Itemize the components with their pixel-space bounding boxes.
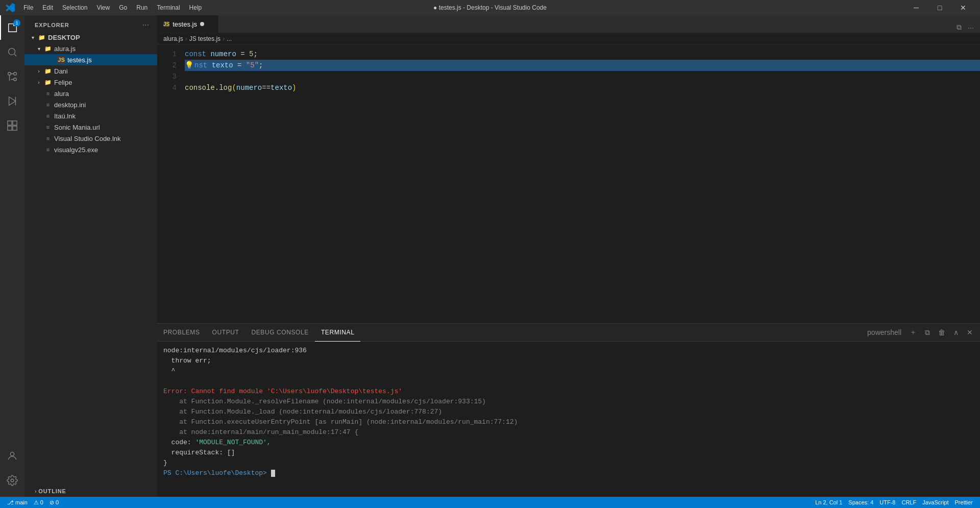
term-code-label: code: bbox=[163, 439, 195, 446]
activity-explorer-icon[interactable]: 1 bbox=[0, 15, 24, 40]
token-log: log bbox=[219, 82, 232, 93]
token-numero: numero bbox=[210, 49, 236, 60]
menu-terminal[interactable]: Terminal bbox=[153, 3, 184, 12]
sidebar-label-desktop: DESKTOP bbox=[48, 34, 80, 41]
token-5: 5 bbox=[249, 49, 253, 60]
chevron-right-icon: › bbox=[35, 78, 43, 86]
menu-selection[interactable]: Selection bbox=[58, 3, 91, 12]
tab-debug-console[interactable]: DEBUG CONSOLE bbox=[245, 324, 315, 342]
status-eol[interactable]: CRLF bbox=[898, 499, 919, 505]
editor-tab-testes-js[interactable]: JS testes.js bbox=[157, 15, 218, 33]
term-prompt-line: PS C:\Users\luofe\Desktop> bbox=[163, 468, 974, 478]
token-nst: nst bbox=[194, 60, 207, 71]
sidebar-tree: ▾ 📁 DESKTOP ▾ 📁 alura.js JS testes.js bbox=[24, 32, 157, 155]
terminal-maximize-button[interactable]: ∧ bbox=[950, 327, 962, 337]
menu-edit[interactable]: Edit bbox=[38, 3, 57, 12]
sidebar-item-alura-js-folder[interactable]: ▾ 📁 alura.js bbox=[24, 43, 157, 54]
code-lines[interactable]: const numero = 5; 💡nst texto = "5"; cons… bbox=[183, 49, 980, 319]
maximize-button[interactable]: □ bbox=[928, 0, 951, 15]
error-icon: ⚠ bbox=[34, 499, 39, 506]
activity-run-icon[interactable] bbox=[0, 89, 24, 113]
chevron-right-icon: › bbox=[35, 67, 43, 75]
tab-js-icon: JS bbox=[163, 21, 169, 27]
activity-accounts-icon[interactable] bbox=[0, 444, 24, 468]
menu-run[interactable]: Run bbox=[132, 3, 152, 12]
outline-section[interactable]: › OUTLINE bbox=[24, 486, 157, 497]
term-line-10: code: 'MODULE_NOT_FOUND', bbox=[163, 438, 974, 448]
activity-scm-icon[interactable] bbox=[0, 64, 24, 89]
sidebar-item-desktop[interactable]: ▾ 📁 DESKTOP bbox=[24, 32, 157, 43]
close-button[interactable]: ✕ bbox=[951, 0, 975, 15]
terminal-actions: powershell ＋ ⧉ 🗑 ∧ ✕ bbox=[864, 327, 980, 338]
tab-problems[interactable]: PROBLEMS bbox=[157, 324, 206, 342]
terminal-new-button[interactable]: ＋ bbox=[906, 327, 920, 338]
token-space bbox=[233, 60, 237, 71]
term-line-12: } bbox=[163, 458, 974, 468]
status-branch[interactable]: ⎇ main bbox=[4, 499, 31, 506]
editor-area: JS testes.js ⧉ ··· alura.js › JS testes.… bbox=[157, 15, 980, 497]
sidebar-item-vscode-lnk[interactable]: ≡ Visual Studio Code.lnk bbox=[24, 133, 157, 144]
sidebar-item-sonic[interactable]: ≡ Sonic Mania.url bbox=[24, 122, 157, 133]
sidebar-item-dani[interactable]: › 📁 Dani bbox=[24, 65, 157, 77]
terminal-split-button[interactable]: ⧉ bbox=[922, 327, 933, 338]
sidebar-item-desktop-ini[interactable]: ≡ desktop.ini bbox=[24, 99, 157, 110]
sidebar-item-visualgv[interactable]: ≡ visualgv25.exe bbox=[24, 144, 157, 155]
tab-output[interactable]: OUTPUT bbox=[206, 324, 246, 342]
breadcrumb-testes-js[interactable]: JS testes.js bbox=[189, 35, 220, 42]
minimize-button[interactable]: ─ bbox=[904, 0, 928, 15]
activity-search-icon[interactable] bbox=[0, 40, 24, 64]
menu-go[interactable]: Go bbox=[115, 3, 131, 12]
status-language-label: JavaScript bbox=[922, 499, 948, 505]
sidebar-item-felipe[interactable]: › 📁 Felipe bbox=[24, 77, 157, 88]
term-line-1: node:internal/modules/cjs/loader:936 bbox=[163, 346, 974, 356]
code-line-2: 💡nst texto = "5"; bbox=[185, 60, 980, 71]
tab-modified-dot bbox=[200, 22, 204, 26]
status-warnings[interactable]: ⊘ 0 bbox=[46, 499, 62, 506]
breadcrumb: alura.js › JS testes.js › ... bbox=[157, 33, 980, 44]
activity-bar: 1 bbox=[0, 15, 24, 497]
terminal-kill-button[interactable]: 🗑 bbox=[935, 327, 948, 337]
menu-help[interactable]: Help bbox=[185, 3, 206, 12]
file-icon: ≡ bbox=[44, 112, 52, 120]
sidebar-label-dani: Dani bbox=[54, 67, 68, 75]
folder-icon: 📁 bbox=[44, 44, 52, 53]
status-spaces[interactable]: Spaces: 4 bbox=[845, 499, 876, 505]
split-editor-button[interactable]: ⧉ bbox=[954, 22, 964, 33]
sidebar-more-button[interactable]: ··· bbox=[142, 20, 149, 30]
sidebar-item-alura-file[interactable]: ≡ alura bbox=[24, 88, 157, 99]
terminal-content[interactable]: node:internal/modules/cjs/loader:936 thr… bbox=[157, 342, 980, 497]
tab-terminal[interactable]: TERMINAL bbox=[315, 324, 360, 342]
breadcrumb-more[interactable]: ... bbox=[227, 35, 232, 42]
sidebar-item-itau[interactable]: ≡ Itaú.lnk bbox=[24, 110, 157, 122]
code-editor[interactable]: 1 2 3 4 const numero = 5; 💡nst texto = "… bbox=[157, 44, 980, 323]
menu-view[interactable]: View bbox=[92, 3, 114, 12]
outline-label: OUTLINE bbox=[38, 488, 66, 494]
file-icon: ≡ bbox=[44, 146, 52, 154]
token-eq: = bbox=[240, 49, 244, 60]
term-line-5: Error: Cannot find module 'C:\Users\luof… bbox=[163, 386, 974, 397]
term-line-11: requireStack: [] bbox=[163, 448, 974, 458]
token-space bbox=[245, 49, 249, 60]
tab-bar: JS testes.js ⧉ ··· bbox=[157, 15, 980, 33]
sidebar-content: ▾ 📁 DESKTOP ▾ 📁 alura.js JS testes.js bbox=[24, 32, 157, 486]
sidebar-label-felipe: Felipe bbox=[54, 79, 72, 86]
more-actions-button[interactable]: ··· bbox=[966, 22, 976, 33]
terminal-close-button[interactable]: ✕ bbox=[964, 327, 976, 337]
spacer bbox=[35, 123, 43, 131]
status-language[interactable]: JavaScript bbox=[919, 499, 951, 505]
token-semi: ; bbox=[253, 49, 257, 60]
menu-file[interactable]: File bbox=[19, 3, 37, 12]
status-branch-label: main bbox=[15, 499, 28, 505]
activity-settings-icon[interactable] bbox=[0, 468, 24, 493]
status-position[interactable]: Ln 2, Col 1 bbox=[812, 499, 845, 505]
status-encoding[interactable]: UTF-8 bbox=[876, 499, 898, 505]
status-formatter[interactable]: Prettier bbox=[952, 499, 976, 505]
activity-extensions-icon[interactable] bbox=[0, 113, 24, 138]
activity-bottom bbox=[0, 444, 24, 497]
status-errors[interactable]: ⚠ 0 bbox=[31, 499, 46, 506]
breadcrumb-alura[interactable]: alura.js bbox=[163, 35, 183, 42]
token-numero2: numero bbox=[236, 82, 262, 93]
term-prompt: PS C:\Users\luofe\Desktop> bbox=[163, 469, 271, 477]
status-error-count: 0 bbox=[40, 499, 43, 505]
sidebar-item-testes-js[interactable]: JS testes.js bbox=[24, 54, 157, 65]
